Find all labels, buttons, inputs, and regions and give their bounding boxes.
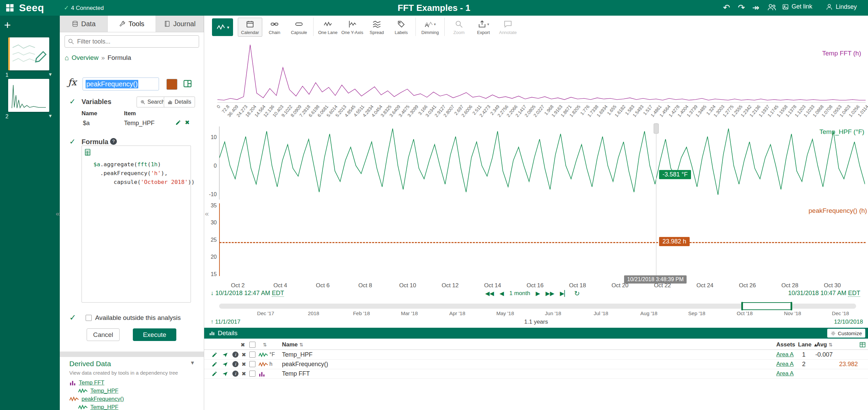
table-row[interactable]: i✖°FTemp_HPFArea A1-0.007 [204,350,868,360]
range-end-tz[interactable]: EDT [848,290,860,297]
derived-item-link[interactable]: Temp_HPF [90,404,119,410]
cancel-button[interactable]: Cancel [87,328,120,341]
send-to-trend-icon[interactable] [222,350,228,359]
tab-data[interactable]: Data [60,16,108,32]
step-forward-icon[interactable]: ▶ [536,290,540,297]
execute-button[interactable]: Execute [133,328,176,341]
name-column-header[interactable]: Name⇅ [282,340,303,349]
collaborators-button[interactable] [767,3,777,11]
toolbar-capsule-button[interactable]: Capsule [287,18,311,37]
skip-forward-icon[interactable]: ▶▶ [546,290,554,297]
available-checkbox[interactable] [86,315,92,321]
toolbar-spread-button[interactable]: Spread [365,18,389,37]
select-all-checkbox[interactable] [249,340,255,349]
lane-column-header[interactable]: Lane▲ [798,340,818,349]
user-menu[interactable]: Lindsey [826,3,857,11]
derived-item-link[interactable]: Temp_HPF [90,388,119,394]
investigate-end[interactable]: 12/10/2018 [834,319,863,325]
info-icon[interactable]: i [232,359,238,369]
worksheet-1-chevron-icon[interactable]: ▾ [49,71,52,78]
remove-variable-icon[interactable]: ✖ [185,119,190,126]
send-to-trend-icon[interactable] [222,369,228,378]
assets-column-header[interactable]: Assets [776,340,795,349]
edit-variable-icon[interactable] [175,120,181,125]
send-to-trend-icon[interactable] [222,359,228,369]
skip-start-icon[interactable]: ◀◀ [485,290,494,297]
selection-left-handle[interactable] [741,302,743,310]
item-name[interactable]: Temp FFT [282,369,310,378]
item-name[interactable]: peakFrequency() [282,359,328,369]
toolbar-export-button[interactable]: ▾Export [471,18,496,37]
worksheet-thumbnail-2[interactable] [8,79,49,112]
toolbar-labels-button[interactable]: Labels [389,18,413,37]
skip-end-icon[interactable]: ▶▏ [560,290,569,297]
edit-icon[interactable] [212,350,217,359]
asset-link[interactable]: Area A [776,350,794,359]
cursor-handle[interactable] [654,123,659,134]
row-checkbox[interactable] [249,350,255,359]
help-icon[interactable]: ? [110,138,117,145]
range-start-tz[interactable]: EDT [272,290,284,297]
display-range-start[interactable]: ↓ 10/1/2018 12:47 AM EDT [211,290,284,297]
remove-all-icon[interactable]: ✖ [241,340,245,349]
display-range-end[interactable]: 10/31/2018 10:47 AM EDT [788,290,860,297]
redo-icon[interactable]: ↷ [738,3,745,13]
info-icon[interactable]: i [232,369,238,378]
collapse-tools-panel-icon[interactable]: « [205,209,209,218]
remove-icon[interactable]: ✖ [242,369,246,378]
undo-icon[interactable]: ↶ [723,3,730,13]
present-icon[interactable]: ↠ [752,3,759,13]
range-duration-button[interactable]: 1 month [509,290,530,297]
add-worksheet-button[interactable]: + [4,18,11,32]
filter-tools-input[interactable] [65,35,199,48]
fft-chart[interactable] [217,40,866,102]
color-swatch[interactable] [166,79,177,90]
sort-icon[interactable]: ⇅ [299,342,303,347]
row-checkbox[interactable] [249,369,255,378]
derived-item-link[interactable]: peakFrequency() [82,396,124,402]
table-row[interactable]: i✖hpeakFrequency()Area A223.982 [204,359,868,369]
worksheet-2-chevron-icon[interactable]: ▾ [49,113,52,119]
toolbar-one-y-axis-button[interactable]: One Y-Axis [340,18,365,37]
toolbar-chain-button[interactable]: Chain [262,18,287,37]
avg-column-header[interactable]: Avg⇅ [816,340,833,349]
column-config-icon[interactable] [859,340,866,349]
toolbar-one-lane-button[interactable]: One Lane [316,18,340,37]
get-link-button[interactable]: Get link [782,3,812,10]
breadcrumb-overview[interactable]: Overview [72,54,99,62]
asset-link[interactable]: Area A [776,369,794,378]
investigate-start[interactable]: ↑ 11/1/2017 [211,319,241,325]
derived-data-collapse-icon[interactable]: ▾ [191,359,194,366]
trend-view-button[interactable]: ▾ [212,18,233,36]
worksheet-thumbnail-1[interactable] [8,37,49,70]
edit-icon[interactable] [212,359,217,369]
peak-frequency-line[interactable] [219,242,866,243]
derived-item-link[interactable]: Temp FFT [79,379,104,386]
formula-name-input[interactable]: peakFrequency() [83,78,159,90]
info-icon[interactable]: i [232,350,238,359]
tab-tools[interactable]: Tools [108,16,156,32]
temp-hpf-chart[interactable] [219,126,865,200]
open-in-panel-icon[interactable] [183,79,192,88]
toolbar-calendar-button[interactable]: Calendar [238,18,262,37]
refresh-icon[interactable]: ↻ [574,289,580,297]
remove-icon[interactable]: ✖ [242,350,246,359]
row-checkbox[interactable] [249,359,255,369]
customize-button[interactable]: Customize [827,329,865,338]
sort-icon[interactable]: ⇅ [263,340,267,349]
remove-icon[interactable]: ✖ [242,359,246,369]
item-name[interactable]: Temp_HPF [282,350,313,359]
home-icon[interactable]: ⌂ [65,54,69,62]
app-switcher-icon[interactable] [5,3,14,12]
toolbar-dimming-button[interactable]: ▾Dimming [418,18,442,37]
selection-right-handle[interactable] [791,302,792,310]
connection-status[interactable]: ✓4 Connected [64,4,104,12]
formula-code-editor[interactable]: $a.aggregate(fft(1h) .peakFrequency('h')… [82,146,191,303]
tab-journal[interactable]: Journal [156,16,204,32]
edit-icon[interactable] [212,369,217,378]
investigate-selection[interactable] [742,302,792,310]
step-back-icon[interactable]: ◀ [499,290,504,297]
variables-details-button[interactable]: Details [164,97,195,107]
collapse-rail-icon[interactable]: « [56,209,60,218]
sort-icon[interactable]: ⇅ [829,342,833,347]
